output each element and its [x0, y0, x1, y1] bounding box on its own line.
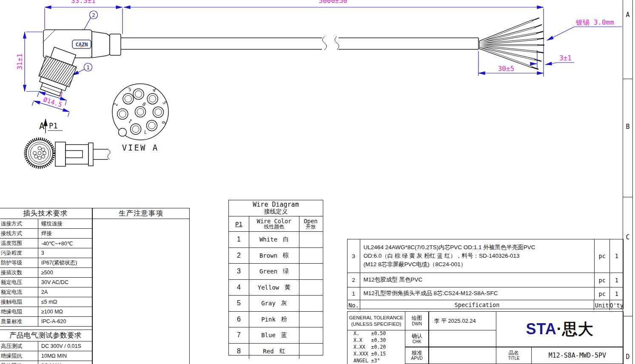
view-a-face: 3 4 5 6 7 1 2 8 VIEW A [112, 84, 168, 152]
tech-value: DC 300V / 0.01S [38, 341, 92, 351]
wire-open [299, 264, 322, 279]
bom-spec: UL2464 24AWG*8C(7/0.2TS)内芯PVC OD:1.1 外被黑… [360, 239, 595, 273]
wire-pin: 8 [229, 344, 249, 359]
zone-letter-b: B [623, 123, 632, 131]
tech-value: 3 [38, 248, 92, 258]
wire-row: 4Yellow黄 [229, 279, 323, 296]
company-logo: STA·思大 [496, 311, 624, 347]
zone-letter-a: A [623, 11, 632, 19]
zone-letter-c: C [623, 233, 632, 241]
col-open-cn: 开放 [306, 224, 316, 230]
wire-pin: 4 [229, 280, 249, 296]
tech-row: 导体阻抗3Ω MAX [0, 361, 92, 364]
dim-height: 31±1 [16, 54, 24, 70]
wire-open [299, 327, 322, 343]
pin-number: 1 [128, 118, 134, 124]
tech-row: 接线方式焊接 [0, 228, 92, 238]
tech-label: 高压测试 [0, 341, 38, 351]
col-color-en: Wire Color [257, 218, 291, 224]
wire-color-en: Brown [259, 252, 277, 259]
wire-color-en: Yellow [258, 284, 279, 291]
section-letter: A [39, 121, 45, 131]
right-angle-connector: CAZN [29, 30, 121, 100]
bom-qty: 1 [610, 239, 623, 273]
tech-row: 高压测试DC 300V / 0.01S [0, 341, 92, 351]
tech-value: IPC-A-620 [38, 317, 92, 326]
apvd-label: 核准 APVD [405, 347, 429, 364]
tech-label: 绝缘阻抗 [0, 351, 38, 361]
frame-inner-line [623, 0, 623, 364]
bom-spec: M12孔型带倒角插头半成品 8芯:CS24-M12-S8A-SFC [360, 287, 595, 300]
tech-label: 防护等级 [0, 258, 38, 267]
table-spacer [0, 326, 92, 330]
tech-row: 污染程度3 [0, 248, 92, 258]
wire-open [299, 232, 322, 247]
tech-value: 30V AC/DC [38, 278, 92, 287]
tech-value: 焊接 [38, 229, 92, 238]
bom-row: 3 UL2464 24AWG*8C(7/0.2TS)内芯PVC OD:1.1 外… [347, 239, 623, 273]
wire-color-en: Gray [261, 300, 276, 307]
section-pin-label: P1 [49, 122, 57, 130]
bom-unit: pc [595, 239, 610, 273]
dwn-value: 李 平 2025.02.24 [428, 311, 496, 330]
tech-label: 接线方式 [0, 229, 38, 238]
bom-row: 2 M12包胶成型 黑色PVC pc 1 [347, 273, 623, 287]
wire-color-en: Red [263, 348, 273, 355]
pin-number: 3 [127, 86, 132, 93]
wire-pin: 7 [229, 327, 249, 343]
dwn-label-cn: 绘图 [412, 316, 422, 321]
tech-row: 绝缘阻抗10MΩ MIN [0, 351, 92, 361]
tech-row: 绝缘电阻≥100 MΩ [0, 307, 92, 316]
col-color-cn: 线性颜色 [264, 224, 285, 230]
wire-color-cn: 棕 [283, 252, 289, 259]
tech-table-header: 插头技术要求 [0, 208, 92, 219]
wire-pin: 1 [229, 232, 249, 247]
dwn-label: 绘图 DWN [405, 311, 429, 330]
wire-row: 7Blue蓝 [229, 327, 323, 343]
tech-value: -40℃~+80℃ [38, 239, 92, 248]
dimension-lines [25, 7, 622, 117]
bom-no: 2 [347, 273, 360, 287]
bom-footer-spec: Specification [360, 300, 594, 310]
wire-diagram-table: Wire Diagram 接线定义 P1 Wire Color 线性颜色 Ope… [228, 200, 323, 355]
tech-label: 绝缘电阻 [0, 307, 38, 316]
bom-footer-no: No. [347, 300, 360, 310]
wire-row: 3Green绿 [229, 263, 323, 279]
tech-row: 温度范围-40℃~+80℃ [0, 238, 92, 248]
bom-qty: 1 [610, 287, 623, 300]
wire-row: 6Pink粉 [229, 311, 323, 327]
chk-label-cn: 确认 [412, 333, 422, 339]
title-label-cn: 品名 [509, 350, 519, 356]
wire-open [299, 248, 322, 264]
wire-row: 1White白 [229, 231, 323, 247]
wire-color-en: Green [259, 268, 277, 275]
tech-row: 额定电流2A [0, 287, 92, 297]
wire-row: 5Gray灰 [229, 295, 323, 311]
view-a-sockets [117, 89, 164, 134]
logo-cn: ·思大 [557, 320, 594, 338]
tech-value: IP67(紧锁状态) [38, 258, 92, 267]
zone-letter-d: D [623, 353, 632, 361]
tech-value: ≥100 MΩ [38, 307, 92, 316]
tech-label: 温度范围 [0, 239, 38, 248]
tech-label: 接触电阻 [0, 297, 38, 307]
wire-color-cn: 灰 [281, 299, 287, 307]
tech-row: 额定电压30V AC/DC [0, 277, 92, 287]
tech-row: 接触电阻≤5 mΩ [0, 297, 92, 307]
tech-label: 污染程度 [0, 248, 38, 258]
pin-number: 2 [112, 102, 119, 107]
wire-color-en: Blue [261, 332, 276, 338]
tech-label: 额定电压 [0, 278, 38, 287]
tech-label: 连接方式 [0, 219, 38, 228]
connector-front-view [25, 139, 110, 168]
bom-qty: 1 [610, 273, 623, 287]
tech-value: 螺纹连接 [38, 219, 92, 228]
wire-pin: 5 [229, 296, 249, 311]
chk-value [428, 330, 496, 347]
apvd-value [428, 347, 496, 364]
tech-value: ≤5 mΩ [38, 297, 92, 307]
dim-strip-length: 30±5 [498, 65, 515, 73]
stripped-wires [479, 18, 544, 69]
title-block: GENERAL TOLERANCE (UNLESS SPECIFIED) X. … [347, 311, 624, 364]
bom-table: 3 UL2464 24AWG*8C(7/0.2TS)内芯PVC OD:1.1 外… [347, 239, 624, 309]
